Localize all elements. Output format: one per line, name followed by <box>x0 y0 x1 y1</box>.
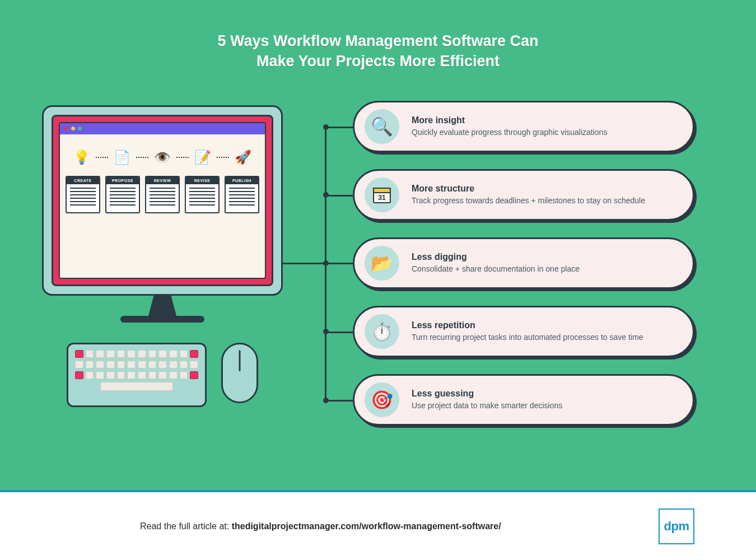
stopwatch-icon: ⏱️ <box>365 314 399 349</box>
workflow-icons-row: 💡 📄 👁️ 📝 🚀 <box>60 134 265 176</box>
workflow-cards-row: CREATE PROPOSE REVIEW <box>60 176 265 213</box>
benefit-desc: Track progress towards deadlines + miles… <box>412 195 645 206</box>
workflow-card: REVISE <box>185 176 220 213</box>
connector-branch <box>325 195 354 197</box>
footer-prefix: Read the full article at: <box>140 521 232 531</box>
workflow-card-label: PROPOSE <box>106 177 139 184</box>
magnify-icon: 🔍 <box>365 109 399 144</box>
keyboard-icon <box>67 343 207 407</box>
benefit-heading: Less guessing <box>412 389 562 399</box>
footer: Read the full article at: thedigitalproj… <box>0 492 756 560</box>
rocket-icon: 🚀 <box>232 147 254 168</box>
benefit-desc: Use project data to make smarter decisio… <box>412 400 562 410</box>
peripherals <box>42 343 283 407</box>
dpm-logo: dpm <box>659 508 694 544</box>
calendar-icon: 31 <box>365 178 399 212</box>
benefit-heading: Less digging <box>412 252 580 262</box>
calendar-day: 31 <box>378 194 386 202</box>
connector-node <box>323 260 329 266</box>
benefit-item: 📂 Less digging Consolidate + share docum… <box>353 237 694 289</box>
card-lines-icon <box>67 184 99 212</box>
benefit-item: 31 More structure Track progress towards… <box>353 169 694 221</box>
benefit-desc: Quickly evaluate progress through graphi… <box>412 127 607 137</box>
svg-rect-1 <box>374 188 390 193</box>
benefit-desc: Turn recurring project tasks into automa… <box>412 332 643 342</box>
hero-section: 5 Ways Workflow Management Software Can … <box>0 0 756 490</box>
workflow-card: REVIEW <box>145 176 180 213</box>
flow-separator <box>176 157 189 158</box>
footer-text: Read the full article at: thedigitalproj… <box>140 521 501 531</box>
connector-node <box>323 329 329 334</box>
connector-branch <box>325 332 354 333</box>
card-lines-icon <box>106 184 139 212</box>
eye-icon: 👁️ <box>152 147 173 168</box>
monitor-stand <box>148 295 176 316</box>
window-max-icon <box>78 127 82 130</box>
workflow-card-label: PUBLISH <box>226 177 258 184</box>
monitor: 💡 📄 👁️ 📝 🚀 CREATE <box>42 105 283 296</box>
workflow-card: PROPOSE <box>105 176 140 213</box>
benefit-heading: More structure <box>412 184 645 194</box>
target-icon: 🎯 <box>365 382 399 417</box>
spacebar-icon <box>100 382 173 391</box>
flow-separator <box>217 157 229 158</box>
mouse-icon <box>221 343 258 403</box>
benefit-desc: Consolidate + share documentation in one… <box>412 264 580 274</box>
connector-branch <box>325 263 354 264</box>
computer-illustration: 💡 📄 👁️ 📝 🚀 CREATE <box>42 105 283 407</box>
card-lines-icon <box>186 184 218 212</box>
document-icon: 📄 <box>111 147 133 168</box>
flow-separator <box>96 157 108 158</box>
benefits-list: 🔍 More insight Quickly evaluate progress… <box>353 101 694 442</box>
card-lines-icon <box>146 184 179 212</box>
footer-link: thedigitalprojectmanager.com/workflow-ma… <box>232 521 501 531</box>
benefit-item: 🔍 More insight Quickly evaluate progress… <box>353 101 694 152</box>
content-area: 💡 📄 👁️ 📝 🚀 CREATE <box>0 105 756 464</box>
benefit-item: 🎯 Less guessing Use project data to make… <box>353 374 694 426</box>
window-min-icon <box>71 127 75 130</box>
benefit-heading: More insight <box>412 115 607 125</box>
workflow-card: CREATE <box>66 176 100 213</box>
card-lines-icon <box>226 184 258 212</box>
benefit-item: ⏱️ Less repetition Turn recurring projec… <box>353 306 694 357</box>
workflow-card-label: REVIEW <box>146 177 179 184</box>
edit-document-icon: 📝 <box>192 147 213 168</box>
connector-trunk <box>281 263 326 264</box>
benefit-heading: Less repetition <box>412 320 643 330</box>
app-window: 💡 📄 👁️ 📝 🚀 CREATE <box>59 122 266 279</box>
title-line-2: Make Your Projects More Efficient <box>256 53 500 69</box>
page-title: 5 Ways Workflow Management Software Can … <box>0 31 756 72</box>
window-titlebar <box>60 123 265 134</box>
monitor-stand-base <box>120 316 204 323</box>
connector-branch <box>325 400 354 402</box>
folder-icon: 📂 <box>365 246 399 281</box>
workflow-card-label: CREATE <box>67 177 99 184</box>
workflow-card: PUBLISH <box>225 176 259 213</box>
window-close-icon <box>64 127 68 130</box>
flow-separator <box>136 157 148 158</box>
lightbulb-icon: 💡 <box>71 147 92 168</box>
workflow-card-label: REVISE <box>186 177 218 184</box>
connector-node <box>323 192 329 198</box>
title-line-1: 5 Ways Workflow Management Software Can <box>217 32 538 49</box>
connector-branch <box>325 127 354 128</box>
monitor-bezel: 💡 📄 👁️ 📝 🚀 CREATE <box>52 115 273 286</box>
